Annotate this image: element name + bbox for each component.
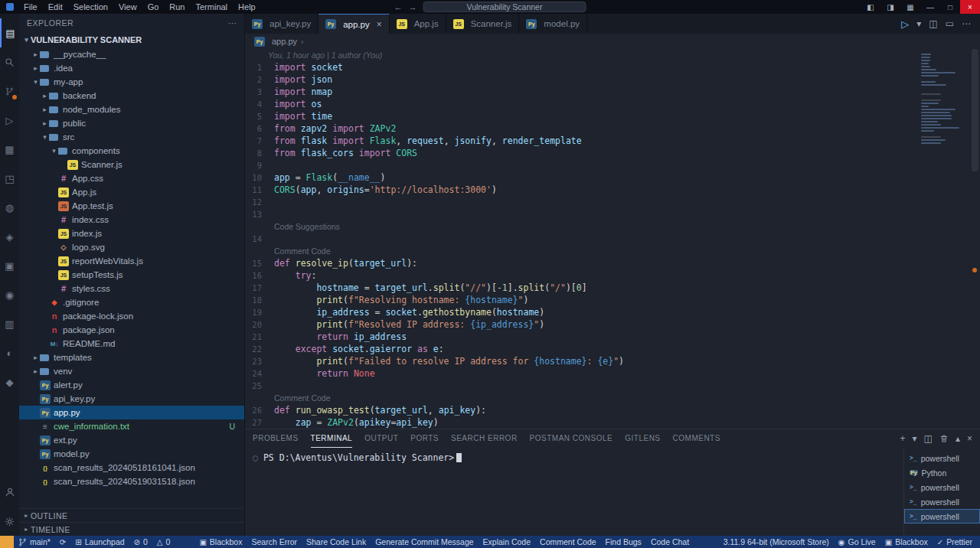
tab-model-py[interactable]: model.py (519, 14, 587, 34)
explorer-more-actions-icon[interactable] (228, 18, 237, 28)
run-file-button[interactable]: ▷ (901, 18, 909, 30)
blackbox-icon[interactable]: ▣ (0, 251, 19, 280)
tree-item-cwe-information-txt[interactable]: cwe_information.txtU (19, 419, 244, 433)
database-icon[interactable]: ▥ (0, 309, 19, 338)
split-editor-icon[interactable]: ◫ (929, 18, 937, 29)
kill-terminal-icon[interactable] (939, 434, 949, 443)
panel-tab-ports[interactable]: PORTS (410, 429, 439, 448)
menu-edit[interactable]: Edit (43, 2, 68, 11)
status-find-bugs[interactable]: Find Bugs (601, 536, 646, 548)
section-timeline[interactable]: ▸TIMELINE (19, 522, 244, 536)
terminal-picker-icon[interactable]: ▾ (913, 433, 917, 444)
live-share-icon[interactable]: ◉ (0, 280, 19, 309)
status-git-branch[interactable]: main* (14, 536, 55, 548)
status-sync-icon[interactable]: ⟳ (55, 536, 70, 548)
run-options-icon[interactable]: ▾ (916, 18, 921, 29)
customize-layout-icon[interactable]: ▦ (900, 0, 920, 14)
toggle-sidebar-icon[interactable]: ◧ (861, 0, 880, 14)
tree-item-model-py[interactable]: model.py (19, 447, 244, 461)
tree-item-reportwebvitals-js[interactable]: reportWebVitals.js (19, 254, 244, 268)
tree-item-my-app[interactable]: ▾my-app (19, 75, 244, 89)
tab-app-py[interactable]: app.py× (318, 14, 390, 34)
tab-scanner-js[interactable]: Scanner.js (446, 14, 520, 34)
status-code-chat[interactable]: Code Chat (646, 536, 694, 548)
tree-item-readme-md[interactable]: README.md (19, 337, 244, 351)
panel-tab-comments[interactable]: COMMENTS (673, 429, 720, 448)
tree-item-index-css[interactable]: index.css (19, 213, 244, 227)
restore-button[interactable]: □ (940, 0, 960, 14)
status-go-live[interactable]: ◉Go Live (834, 536, 880, 548)
panel-tab-postman-console[interactable]: POSTMAN CONSOLE (530, 429, 613, 448)
terminal-item-powershell[interactable]: >_powershell (904, 509, 980, 524)
tree-item-node-modules[interactable]: ▸node_modules (19, 103, 244, 116)
status-prettier[interactable]: ✓Prettier (933, 536, 977, 548)
terminal-item-python[interactable]: PyPython (904, 465, 980, 480)
status-share-code-link[interactable]: Share Code Link (302, 536, 371, 548)
status-generate-commit-message[interactable]: Generate Commit Message (371, 536, 478, 548)
menu-run[interactable]: Run (164, 2, 190, 11)
workspace-root-folder[interactable]: VULNERABILITY SCANNER (19, 32, 244, 47)
tree-item-package-lock-json[interactable]: package-lock.json (19, 309, 244, 323)
tree-item-scan-results-20240518161041-json[interactable]: scan_results_20240518161041.json (19, 461, 244, 475)
tree-item-app-css[interactable]: App.css (19, 171, 244, 185)
toggle-panel-icon[interactable]: ◨ (880, 0, 900, 14)
tree-item-logo-svg[interactable]: logo.svg (19, 240, 244, 254)
tree-item-styles-css[interactable]: styles.css (19, 282, 244, 295)
extensions-icon[interactable]: ▦ (0, 135, 19, 164)
tree-item-scan-results-20240519031518-json[interactable]: scan_results_20240519031518.json (19, 475, 244, 488)
tree-item-scanner-js[interactable]: Scanner.js (19, 158, 244, 171)
terminal-item-powershell[interactable]: >_powershell (904, 451, 980, 465)
remote-explorer-icon[interactable]: ◳ (0, 164, 19, 193)
tree-item-components[interactable]: ▾components (19, 144, 244, 158)
new-terminal-button[interactable]: + (900, 433, 906, 444)
tree-item-venv[interactable]: ▸venv (19, 364, 244, 378)
tab-api-key-py[interactable]: api_key.py (245, 14, 318, 34)
menu-terminal[interactable]: Terminal (191, 2, 234, 11)
panel-tab-gitlens[interactable]: GITLENS (625, 429, 660, 448)
status-python-version[interactable]: 3.11.9 64-bit (Microsoft Store) (719, 536, 834, 548)
tree-item-gitignore[interactable]: .gitignore (19, 295, 244, 309)
status-warnings[interactable]: △0 (152, 536, 175, 548)
tree-item-ext-py[interactable]: ext.py (19, 433, 244, 447)
testing-icon[interactable]: ◈ (0, 222, 19, 251)
codelens-action[interactable]: Code Suggestions (245, 220, 980, 233)
terminal-output[interactable]: ○ PS D:\Aventus\Vulnerability Scanner> (245, 448, 903, 536)
close-panel-icon[interactable]: × (967, 433, 972, 444)
maximize-panel-icon[interactable]: ▴ (956, 433, 960, 444)
tree-item-pycache[interactable]: ▸__pycache__ (19, 47, 244, 61)
close-button[interactable]: × (960, 0, 980, 14)
gitlens-icon[interactable]: ◆ (0, 367, 19, 396)
status-comment-code[interactable]: Comment Code (535, 536, 601, 548)
panel-tab-output[interactable]: OUTPUT (364, 429, 398, 448)
settings-gear-icon[interactable] (0, 507, 19, 536)
tree-item-app-py[interactable]: app.py (19, 406, 244, 419)
scrollbar-thumb[interactable] (972, 49, 978, 171)
section-outline[interactable]: ▸OUTLINE (19, 508, 244, 522)
tree-item-app-js[interactable]: App.js (19, 185, 244, 199)
panel-tab-problems[interactable]: PROBLEMS (253, 429, 299, 448)
tree-item-index-js[interactable]: index.js (19, 227, 244, 240)
menu-selection[interactable]: Selection (68, 2, 113, 11)
remote-indicator[interactable] (0, 536, 14, 548)
minimize-button[interactable]: — (920, 0, 940, 14)
source-control-icon[interactable] (0, 77, 19, 106)
menu-help[interactable]: Help (233, 2, 261, 11)
postman-icon[interactable]: ◐ (0, 338, 19, 367)
status-launchpad[interactable]: ⊞Launchpad (70, 536, 129, 548)
docker-icon[interactable]: ◍ (0, 193, 19, 222)
nav-back-icon[interactable]: ← (394, 2, 403, 11)
explorer-icon[interactable]: ▤ (0, 18, 19, 47)
tree-item-app-test-js[interactable]: App.test.js (19, 199, 244, 213)
status-search-error[interactable]: Search Error (247, 536, 302, 548)
tree-item-alert-py[interactable]: alert.py (19, 378, 244, 392)
tree-item-src[interactable]: ▾src (19, 130, 244, 144)
terminal-item-powershell[interactable]: >_powershell (904, 494, 980, 509)
editor-scrollbar[interactable] (970, 49, 980, 429)
tree-item-templates[interactable]: ▸templates (19, 351, 244, 364)
minimap[interactable] (921, 51, 969, 144)
status-explain-code[interactable]: Explain Code (479, 536, 535, 548)
nav-forward-icon[interactable]: → (409, 2, 417, 11)
tree-item-package-json[interactable]: package.json (19, 323, 244, 337)
code-editor[interactable]: You, 1 hour ago | 1 author (You) 1import… (245, 49, 980, 429)
tab-app-js[interactable]: App.js (390, 14, 446, 34)
